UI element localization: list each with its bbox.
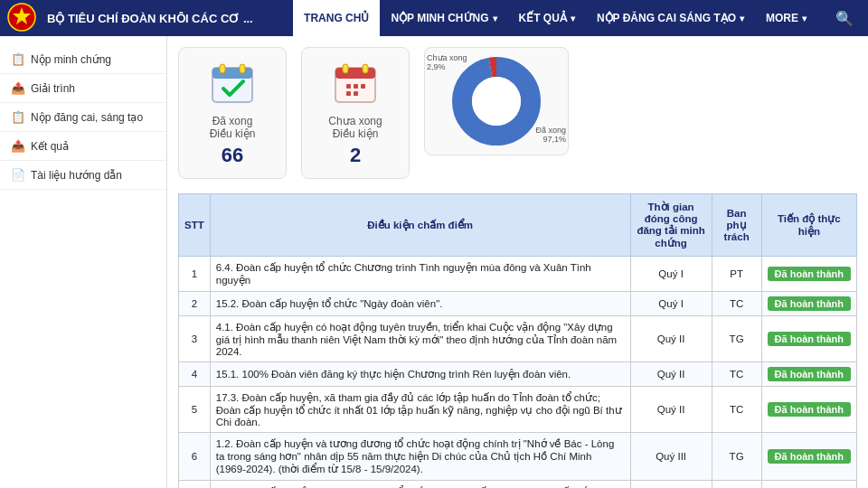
cell-stt: 1 <box>179 257 211 292</box>
cell-dept <box>712 481 761 489</box>
cell-status: Đã hoàn thành <box>761 292 856 316</box>
table-row: 517.3. Đoàn cấp huyện, xã tham gia đầy đ… <box>179 387 857 433</box>
svg-rect-3 <box>212 68 252 79</box>
table-row: 61.2. Đoàn cấp huyện và tương đương tổ c… <box>179 433 857 481</box>
svg-rect-11 <box>354 84 358 89</box>
stat-notdone-value: 2 <box>350 144 361 167</box>
cell-stt: 7 <box>179 481 211 489</box>
svg-rect-14 <box>354 91 358 96</box>
nav-nop-minh-chung[interactable]: NỘP MINH CHỨNG ▾ <box>380 0 507 36</box>
logo <box>7 3 36 34</box>
cell-status: Đã hoàn thành <box>761 481 856 489</box>
cell-time: Quý III <box>630 433 712 481</box>
header: BỘ TIÊU CHÍ ĐOÀN KHỐI CÁC CƠ ... TRANG C… <box>0 0 868 36</box>
sidebar: 📋 Nộp minh chứng 📤 Giải trình 📋 Nộp đăng… <box>0 36 167 488</box>
svg-rect-8 <box>343 64 348 73</box>
cell-time: Quý I <box>630 257 712 292</box>
conditions-table: STT Điều kiện chấm điểm Thời gian đóng c… <box>178 193 857 488</box>
col-condition: Điều kiện chấm điểm <box>210 194 630 257</box>
svg-rect-10 <box>346 84 351 89</box>
cell-status: Đã hoàn thành <box>761 387 856 433</box>
donut-chart: Chưa xong 2,9% Đã xong 97,1% <box>424 47 569 155</box>
cell-condition: 17.3. Đoàn cấp huyện, xã tham gia đầy đủ… <box>210 387 630 433</box>
cell-time: Quý II <box>630 387 712 433</box>
cell-condition: 15.1. 100% Đoàn viên đăng ký thực hiện C… <box>210 362 630 387</box>
chevron-down-icon: ▾ <box>493 14 497 23</box>
cell-stt: 6 <box>179 433 211 481</box>
summary-row: Đã xong Điều kiện 66 <box>178 47 857 179</box>
calendar-check-icon <box>209 59 256 111</box>
search-button[interactable]: 🔍 <box>828 10 861 27</box>
table-row: 215.2. Đoàn cấp huyện tổ chức "Ngày đoàn… <box>179 292 857 316</box>
col-dept: Ban phụ trách <box>712 194 761 257</box>
svg-rect-7 <box>335 68 375 79</box>
table-row: 16.4. Đoàn cấp huyện tổ chức Chương trìn… <box>179 257 857 292</box>
col-stt: STT <box>179 194 211 257</box>
cell-stt: 5 <box>179 387 211 433</box>
sidebar-item-nop-dang-cai[interactable]: 📋 Nộp đăng cai, sáng tạo <box>0 103 166 132</box>
sidebar-item-nop-minh-chung[interactable]: 📋 Nộp minh chứng <box>0 45 166 74</box>
main-layout: 📋 Nộp minh chứng 📤 Giải trình 📋 Nộp đăng… <box>0 36 868 488</box>
chart-label-done: Đã xong 97,1% <box>535 126 566 144</box>
stat-done-label: Đã xong Điều kiện <box>210 115 256 140</box>
cell-dept: TC <box>712 387 761 433</box>
table-row: 34.1. Đoàn cấp huyện có hoạt động tuyên … <box>179 316 857 362</box>
svg-point-17 <box>472 77 521 126</box>
svg-rect-13 <box>346 91 351 96</box>
svg-rect-9 <box>363 64 368 73</box>
nav-trang-chu[interactable]: TRANG CHỦ <box>293 0 380 36</box>
table-row: 415.1. 100% Đoàn viên đăng ký thực hiện … <box>179 362 857 387</box>
status-badge: Đã hoàn thành <box>768 449 851 464</box>
status-badge: Đã hoàn thành <box>768 367 851 381</box>
svg-rect-4 <box>220 64 225 73</box>
nav-ket-qua[interactable]: KẾT QUẢ ▾ <box>508 0 586 36</box>
stat-card-not-done: Chưa xong Điều kiện 2 <box>301 47 410 179</box>
chevron-down-icon: ▾ <box>571 14 575 23</box>
nav-nop-dang-cai[interactable]: NỘP ĐĂNG CAI SÁNG TẠO ▾ <box>586 0 755 36</box>
cell-condition: 3.3. Đoàn cấp huyện và tương đương tổ ch… <box>210 481 630 489</box>
nav-more[interactable]: More ▾ <box>755 0 817 36</box>
sidebar-item-tai-lieu[interactable]: 📄 Tài liệu hướng dẫn <box>0 161 166 190</box>
stat-notdone-label: Chưa xong Điều kiện <box>328 115 382 140</box>
cell-dept: TG <box>712 433 761 481</box>
chevron-down-icon: ▾ <box>802 14 807 23</box>
cell-time: Quý III <box>630 481 712 489</box>
document-icon: 📋 <box>11 52 25 66</box>
cell-time: Quý II <box>630 362 712 387</box>
cell-condition: 6.4. Đoàn cấp huyện tổ chức Chương trình… <box>210 257 630 292</box>
svg-rect-5 <box>240 64 245 73</box>
sidebar-item-giai-trinh[interactable]: 📤 Giải trình <box>0 74 166 103</box>
cell-stt: 4 <box>179 362 211 387</box>
cell-condition: 1.2. Đoàn cấp huyện và tương đương tổ ch… <box>210 433 630 481</box>
content-area: Đã xong Điều kiện 66 <box>167 36 868 488</box>
cell-status: Đã hoàn thành <box>761 257 856 292</box>
table-container: STT Điều kiện chấm điểm Thời gian đóng c… <box>178 193 857 488</box>
app-title: BỘ TIÊU CHÍ ĐOÀN KHỐI CÁC CƠ ... <box>47 12 282 25</box>
col-status: Tiến độ thực hiện <box>761 194 856 257</box>
cell-dept: TC <box>712 362 761 387</box>
cell-status: Đã hoàn thành <box>761 316 856 362</box>
cell-condition: 15.2. Đoàn cấp huyện tổ chức "Ngày đoàn … <box>210 292 630 316</box>
sidebar-item-ket-qua[interactable]: 📤 Kết quả <box>0 132 166 161</box>
document-icon: 📋 <box>11 110 25 124</box>
chart-icon: 📤 <box>11 139 25 153</box>
svg-rect-12 <box>361 84 365 89</box>
status-badge: Đã hoàn thành <box>768 332 851 346</box>
table-row: 73.3. Đoàn cấp huyện và tương đương tổ c… <box>179 481 857 489</box>
status-badge: Đã hoàn thành <box>768 296 851 311</box>
cell-status: Đã hoàn thành <box>761 433 856 481</box>
file-icon: 📄 <box>11 168 25 182</box>
cell-dept: TG <box>712 316 761 362</box>
cell-stt: 2 <box>179 292 211 316</box>
chart-label-not-done: Chưa xong 2,9% <box>427 53 467 71</box>
status-badge: Đã hoàn thành <box>768 402 851 417</box>
main-nav: TRANG CHỦ NỘP MINH CHỨNG ▾ KẾT QUẢ ▾ NỘP… <box>293 0 817 36</box>
cell-dept: TC <box>712 292 761 316</box>
chevron-down-icon: ▾ <box>740 14 744 23</box>
stat-card-done: Đã xong Điều kiện 66 <box>178 47 287 179</box>
cell-time: Quý I <box>630 292 712 316</box>
upload-icon: 📤 <box>11 81 25 95</box>
cell-stt: 3 <box>179 316 211 362</box>
cell-status: Đã hoàn thành <box>761 362 856 387</box>
col-time: Thời gian đóng công đăng tải minh chứng <box>630 194 712 257</box>
